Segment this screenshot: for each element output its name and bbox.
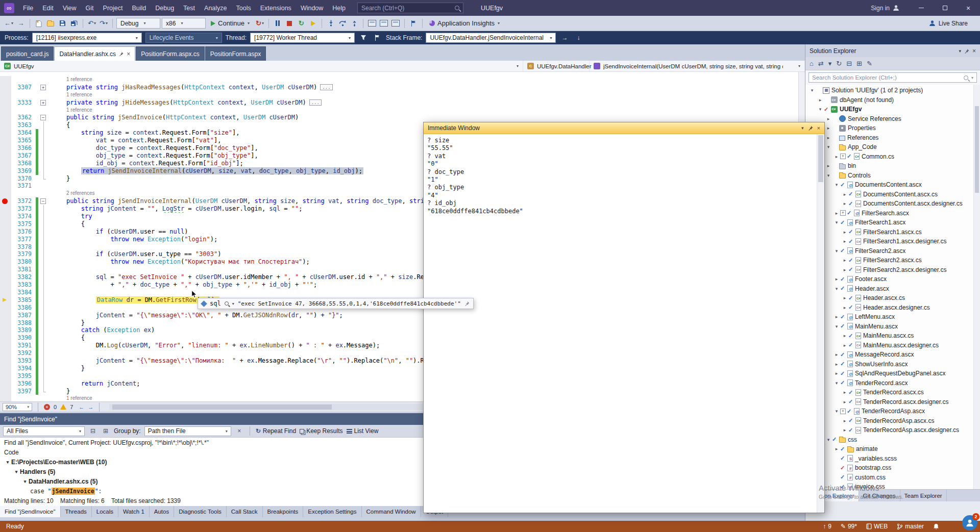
editor-glyph-margin[interactable]: [0, 266, 11, 273]
expander-icon[interactable]: ▸: [841, 390, 848, 395]
expander-icon[interactable]: ▾: [833, 220, 840, 225]
menu-item-view[interactable]: View: [58, 0, 81, 16]
expander-icon[interactable]: ▸: [841, 418, 848, 423]
list-view-button[interactable]: List View: [347, 426, 379, 436]
outline-margin[interactable]: +: [38, 99, 50, 107]
tree-item[interactable]: ▾✓TenderRecord.ascx: [805, 378, 980, 388]
menu-item-file[interactable]: File: [18, 0, 38, 16]
outline-margin[interactable]: [38, 129, 50, 137]
outline-margin[interactable]: [38, 266, 50, 273]
home-button[interactable]: ⌂: [810, 60, 814, 67]
editor-glyph-margin[interactable]: [0, 107, 11, 114]
immediate-line[interactable]: ? vat: [427, 153, 813, 160]
find-scope-select[interactable]: All Files▾: [3, 426, 85, 436]
outline-margin[interactable]: [38, 312, 50, 319]
editor-glyph-margin[interactable]: [0, 167, 11, 175]
expander-icon[interactable]: ▸: [833, 276, 840, 282]
immediate-window-title-bar[interactable]: Immediate Window ▾ ×: [424, 122, 824, 134]
outline-margin[interactable]: [38, 380, 50, 388]
menu-item-test[interactable]: Test: [179, 0, 200, 16]
navigate-back-button[interactable]: ←▾: [3, 18, 14, 29]
quick-search-input[interactable]: Search (Ctrl+Q): [357, 3, 463, 13]
outline-margin[interactable]: [38, 357, 50, 365]
solution-configuration-select[interactable]: Debug▾: [116, 18, 160, 29]
code-line[interactable]: 3333+ private string jHideMessages(HttpC…: [0, 99, 798, 107]
menu-item-analyze[interactable]: Analyze: [200, 0, 231, 16]
tree-item[interactable]: ▸✓FilterSearch1.ascx.designer.cs: [805, 237, 980, 246]
expander-icon[interactable]: ▸: [825, 125, 832, 131]
navigate-forward-button[interactable]: →: [16, 18, 26, 29]
step-over-button[interactable]: [337, 18, 348, 29]
debugger-datatip[interactable]: sql ▾ "exec SetInvoice 47, 36668,55.55,0…: [198, 298, 474, 309]
outline-margin[interactable]: [38, 182, 50, 190]
editor-glyph-margin[interactable]: [0, 152, 11, 160]
editor-glyph-margin[interactable]: [0, 76, 11, 84]
stack-frame-select[interactable]: UUEfgv.DataHandler.jSendInvoiceInternal▾: [426, 33, 556, 43]
window-position-icon[interactable]: ▾: [959, 48, 961, 54]
expander-icon[interactable]: ▸: [833, 154, 840, 159]
tree-item[interactable]: ▸✓MainMenu.ascx.cs: [805, 331, 980, 341]
outline-margin[interactable]: [38, 349, 50, 357]
minimize-button[interactable]: [910, 0, 933, 16]
chevron-down-icon[interactable]: ▾: [232, 301, 234, 306]
tree-item[interactable]: ▸✓MainMenu.ascx.designer.cs: [805, 341, 980, 350]
outline-margin[interactable]: [38, 220, 50, 228]
break-all-button[interactable]: [273, 18, 283, 29]
tool-window-tab[interactable]: Locals: [92, 506, 118, 517]
solution-platform-select[interactable]: x86▾: [162, 18, 206, 29]
outline-margin[interactable]: [38, 167, 50, 175]
tree-item[interactable]: ▾ Solution 'UUEfgv' (1 of 2 projects): [805, 86, 980, 95]
outline-margin[interactable]: [38, 258, 50, 266]
expander-icon[interactable]: ▸: [833, 371, 840, 376]
restart-button[interactable]: ↻: [296, 18, 306, 29]
codelens-text[interactable]: 1 reference: [50, 91, 798, 99]
outline-margin[interactable]: [38, 273, 50, 281]
outline-margin[interactable]: [38, 152, 50, 160]
outline-margin[interactable]: [38, 236, 50, 243]
process-select[interactable]: [12116] iisexpress.exe▾: [32, 33, 142, 43]
tree-item[interactable]: ▸✓animate: [805, 444, 980, 454]
tree-item[interactable]: ▾✓DocumentsContent.ascx: [805, 180, 980, 190]
menu-item-tools[interactable]: Tools: [232, 0, 256, 16]
expander-icon[interactable]: ▸: [841, 427, 848, 433]
outline-margin[interactable]: [38, 281, 50, 289]
immediate-line[interactable]: "0": [427, 160, 813, 168]
expander-icon[interactable]: ▸: [825, 163, 832, 168]
expander-icon[interactable]: ▾: [21, 479, 29, 484]
save-all-button[interactable]: [69, 18, 79, 29]
outline-margin[interactable]: −: [38, 114, 50, 121]
lifecycle-events-select[interactable]: Lifecycle Events▾: [145, 33, 222, 43]
outline-margin[interactable]: [38, 160, 50, 167]
toolbar-misc-button-3[interactable]: [390, 18, 401, 29]
expander-icon[interactable]: ▾: [825, 144, 832, 149]
outline-margin[interactable]: [38, 304, 50, 312]
expander-icon[interactable]: ▾: [833, 324, 840, 329]
editor-glyph-margin[interactable]: [0, 357, 11, 365]
maximize-button[interactable]: [933, 0, 957, 16]
editor-glyph-margin[interactable]: [0, 388, 11, 395]
pin-icon[interactable]: [119, 52, 124, 56]
zoom-select[interactable]: 90%▾: [3, 403, 32, 411]
show-threads-button[interactable]: ↓: [573, 33, 583, 43]
outline-margin[interactable]: [38, 388, 50, 395]
tree-item[interactable]: ▾✓Header.ascx: [805, 284, 980, 294]
editor-glyph-margin[interactable]: [0, 137, 11, 144]
tree-item[interactable]: ▸ Properties: [805, 123, 980, 133]
user-avatar[interactable]: 2: [962, 515, 977, 530]
new-file-button[interactable]: [34, 18, 44, 29]
outline-margin[interactable]: [38, 213, 50, 220]
toolbar-misc-button-2[interactable]: [379, 18, 389, 29]
tool-window-tab[interactable]: Exception Settings: [303, 506, 361, 517]
clear-filter-button[interactable]: ×: [235, 426, 244, 436]
document-tab[interactable]: position_card.js: [1, 46, 54, 61]
outline-margin[interactable]: [38, 175, 50, 183]
tree-item[interactable]: ▸+✓FilterSearch.ascx: [805, 209, 980, 218]
notifications-button[interactable]: [933, 523, 939, 530]
toolbar-misc-button-1[interactable]: [367, 18, 377, 29]
expander-icon[interactable]: ▾: [833, 182, 840, 187]
expander-icon[interactable]: ▸: [833, 352, 840, 357]
stop-debugging-button[interactable]: [284, 18, 295, 29]
tree-item[interactable]: ✓_variables.scss: [805, 454, 980, 464]
immediate-line[interactable]: "1": [427, 176, 813, 184]
menu-item-extensions[interactable]: Extensions: [256, 0, 296, 16]
